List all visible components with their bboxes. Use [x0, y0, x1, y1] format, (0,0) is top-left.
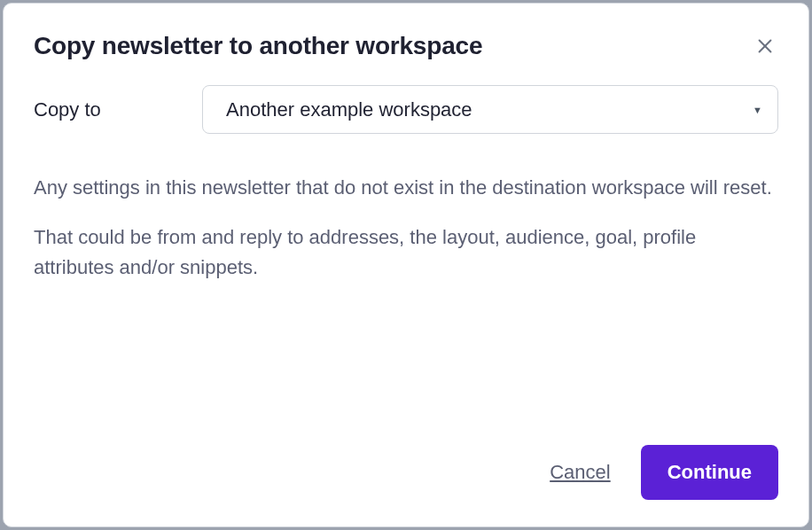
- cancel-button[interactable]: Cancel: [550, 454, 610, 491]
- copy-newsletter-dialog: Copy newsletter to another workspace Cop…: [3, 3, 809, 527]
- warning-paragraph-1: Any settings in this newsletter that do …: [34, 173, 778, 203]
- dialog-footer: Cancel Continue: [34, 445, 778, 500]
- close-icon: [755, 36, 775, 56]
- workspace-select[interactable]: Another example workspace: [202, 85, 778, 134]
- continue-button[interactable]: Continue: [641, 445, 778, 500]
- dialog-title: Copy newsletter to another workspace: [34, 32, 482, 60]
- warning-paragraph-2: That could be from and reply to addresse…: [34, 222, 778, 283]
- close-button[interactable]: [752, 33, 778, 59]
- copy-to-label: Copy to: [34, 98, 202, 121]
- workspace-select-wrap: Another example workspace ▼: [202, 85, 778, 134]
- copy-to-row: Copy to Another example workspace ▼: [34, 85, 778, 134]
- dialog-header: Copy newsletter to another workspace: [34, 32, 778, 60]
